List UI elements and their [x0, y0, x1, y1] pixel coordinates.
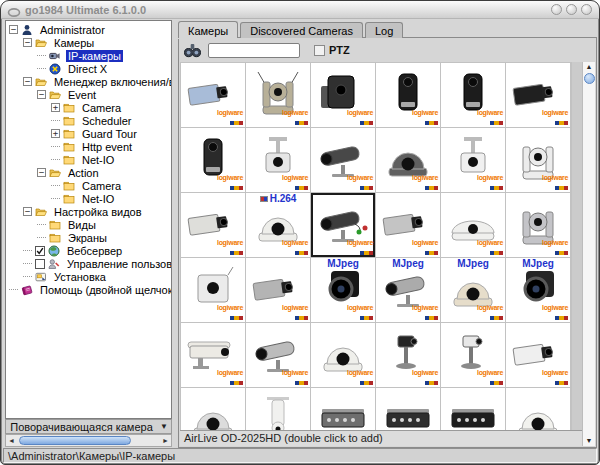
tree-item-ip-камеры[interactable]: IP-камеры	[6, 49, 171, 62]
grid-vertical-scrollbar[interactable]: ▲ ▼	[582, 62, 595, 446]
camera-cell-20[interactable]: logiware	[246, 258, 310, 322]
tree-item-direct-x[interactable]: Direct X	[6, 62, 171, 75]
camera-cell-7[interactable]: logiware	[181, 128, 245, 192]
logiware-watermark: logiware	[412, 301, 438, 320]
camera-cell-22[interactable]: MJpeglogiware	[376, 258, 440, 322]
logiware-watermark: logiware	[477, 106, 503, 125]
camera-cell-16[interactable]: logiware	[376, 193, 440, 257]
camera-cell-21[interactable]: MJpeglogiware	[311, 258, 375, 322]
collapse-icon[interactable]: −	[37, 168, 46, 177]
tree-item-event[interactable]: −Event	[6, 88, 171, 101]
ptz-label: PTZ	[329, 44, 350, 56]
tree-item-экраны[interactable]: Экраны	[6, 231, 171, 244]
folder-open-icon	[49, 167, 63, 179]
tree-horizontal-scrollbar[interactable]: ◄ ►	[5, 434, 172, 447]
expand-icon[interactable]: +	[51, 129, 60, 138]
tree-item-label: Camera	[80, 180, 123, 192]
camera-cell-13[interactable]: logiware	[181, 193, 245, 257]
camera-cell-32[interactable]: logiware	[246, 388, 310, 430]
minimize-button[interactable]	[551, 4, 562, 15]
camera-cell-6[interactable]: logiware	[506, 63, 570, 127]
tree-item-помощь-двойной-щелчок-[interactable]: Помощь (двойной щелчок)	[6, 283, 171, 296]
logiware-flag-icon	[230, 381, 243, 385]
camera-cell-10[interactable]: logiware	[376, 128, 440, 192]
camera-cell-9[interactable]: logiware	[311, 128, 375, 192]
camera-cell-5[interactable]: logiware	[441, 63, 505, 127]
camera-cell-31[interactable]: logiware	[181, 388, 245, 430]
scroll-down-icon[interactable]: ▼	[586, 436, 593, 446]
scroll-up-icon[interactable]: ▲	[586, 62, 593, 72]
camera-cell-27[interactable]: logiware	[311, 323, 375, 387]
camera-cell-29[interactable]: logiware	[441, 323, 505, 387]
unchecked-checkbox[interactable]	[35, 259, 45, 269]
logiware-flag-icon	[295, 316, 308, 320]
users-icon	[48, 258, 62, 270]
scroll-right-icon[interactable]: ►	[160, 435, 171, 446]
collapse-icon[interactable]: −	[37, 90, 46, 99]
tab-discovered-cameras[interactable]: Discovered Cameras	[240, 22, 363, 38]
rotating-camera-dropdown[interactable]: Поворачивающаяся камера ▼	[5, 419, 172, 434]
collapse-icon[interactable]: −	[23, 77, 32, 86]
tree-item-камеры[interactable]: −Камеры	[6, 36, 171, 49]
collapse-icon[interactable]: −	[23, 207, 32, 216]
ptz-filter[interactable]: PTZ	[314, 44, 350, 56]
camera-cell-23[interactable]: MJpeglogiware	[441, 258, 505, 322]
camera-cell-3[interactable]: logiware	[311, 63, 375, 127]
logiware-watermark: logiware	[217, 366, 243, 385]
camera-cell-17[interactable]: logiware	[441, 193, 505, 257]
tree-item-http-event[interactable]: Http event	[6, 140, 171, 153]
checked-checkbox[interactable]	[35, 246, 45, 256]
camera-cell-19[interactable]: logiware	[181, 258, 245, 322]
camera-cell-24[interactable]: MJpeglogiware	[506, 258, 570, 322]
maximize-button[interactable]	[566, 4, 577, 15]
close-button[interactable]	[581, 4, 592, 15]
tree-item-guard-tour[interactable]: +Guard Tour	[6, 127, 171, 140]
camera-cell-36[interactable]: logiware	[506, 388, 570, 430]
tree-item-настройка-видов[interactable]: −Настройка видов	[6, 205, 171, 218]
camera-cell-33[interactable]: logiware	[311, 388, 375, 430]
codec-label: MJpeg	[376, 259, 440, 269]
camera-cell-18[interactable]: logiware	[506, 193, 570, 257]
camera-cell-2[interactable]: logiware	[246, 63, 310, 127]
hscroll-track[interactable]	[17, 435, 160, 446]
tree-item-camera[interactable]: Camera	[6, 179, 171, 192]
camera-cell-25[interactable]: logiware	[181, 323, 245, 387]
camera-cell-1[interactable]: logiware	[181, 63, 245, 127]
tree-item-виды[interactable]: Виды	[6, 218, 171, 231]
tree-item-вебсервер[interactable]: Вебсервер	[6, 244, 171, 257]
camera-cell-4[interactable]: logiware	[376, 63, 440, 127]
camera-cell-14[interactable]: H.264logiware	[246, 193, 310, 257]
tree-item-camera[interactable]: +Camera	[6, 101, 171, 114]
camera-cell-12[interactable]: logiware	[506, 128, 570, 192]
camera-cell-35[interactable]: logiware	[441, 388, 505, 430]
camera-cell-11[interactable]: logiware	[441, 128, 505, 192]
tree-item-administrator[interactable]: −Administrator	[6, 23, 171, 36]
tree-item-label: Управление пользователями	[65, 258, 172, 270]
tree-item-action[interactable]: −Action	[6, 166, 171, 179]
camera-cell-30[interactable]: logiware	[506, 323, 570, 387]
chevron-down-icon[interactable]: ▼	[157, 422, 171, 431]
titlebar[interactable]: go1984 Ultimate 6.1.0.0	[1, 1, 599, 19]
collapse-icon[interactable]: −	[23, 38, 32, 47]
expand-icon[interactable]: +	[51, 103, 60, 112]
vscroll-thumb[interactable]	[584, 73, 595, 84]
tab-камеры[interactable]: Камеры	[178, 21, 238, 38]
tree-item-net-io[interactable]: Net-IO	[6, 153, 171, 166]
tree-item-net-io[interactable]: Net-IO	[6, 192, 171, 205]
camera-search-input[interactable]	[208, 43, 300, 58]
camera-cell-28[interactable]: logiware	[376, 323, 440, 387]
tree-item-менеджер-включения-выключения[interactable]: −Менеджер включения/выключения	[6, 75, 171, 88]
scroll-left-icon[interactable]: ◄	[6, 435, 17, 446]
camera-cell-34[interactable]: logiware	[376, 388, 440, 430]
collapse-icon[interactable]: −	[9, 25, 18, 34]
tree-item-управление-пользователями[interactable]: Управление пользователями	[6, 257, 171, 270]
camera-cell-8[interactable]: logiware	[246, 128, 310, 192]
hscroll-thumb[interactable]	[19, 436, 131, 445]
camera-cell-15-selected[interactable]: logiware	[311, 193, 375, 257]
tree-item-установка[interactable]: Установка	[6, 270, 171, 283]
tree-item-scheduler[interactable]: Scheduler	[6, 114, 171, 127]
logiware-flag-icon	[490, 251, 503, 255]
ptz-checkbox[interactable]	[314, 45, 325, 56]
tab-log[interactable]: Log	[365, 22, 403, 38]
camera-cell-26[interactable]: logiware	[246, 323, 310, 387]
